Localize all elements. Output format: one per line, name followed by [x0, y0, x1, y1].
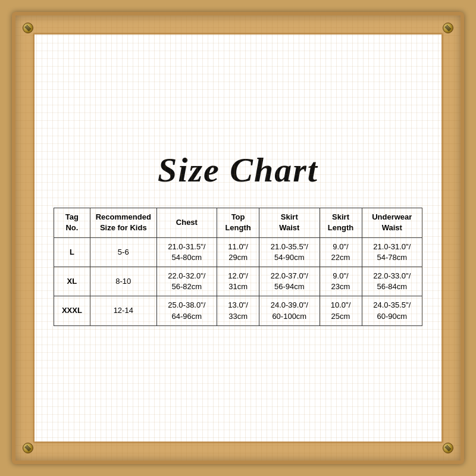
- wood-frame: Size Chart Tag No. RecommendedSize for K…: [12, 12, 464, 464]
- cell-top: 11.0"/29cm: [217, 237, 259, 267]
- table-row: XL 8-10 22.0-32.0"/56-82cm 12.0"/31cm 22…: [54, 267, 422, 296]
- table-row: L 5-6 21.0-31.5"/54-80cm 11.0"/29cm 21.0…: [54, 237, 422, 267]
- size-chart-table: Tag No. RecommendedSize for Kids Chest T…: [54, 208, 422, 326]
- header-chest: Chest: [156, 208, 217, 237]
- header-skirt-waist: SkirtWaist: [259, 208, 320, 237]
- cell-chest: 25.0-38.0"/64-96cm: [156, 296, 217, 325]
- content-area: Size Chart Tag No. RecommendedSize for K…: [33, 33, 443, 443]
- cell-tag: XXXL: [54, 296, 90, 325]
- cell-underwear-waist: 24.0-35.5"/60-90cm: [362, 296, 422, 325]
- cell-chest: 21.0-31.5"/54-80cm: [156, 237, 217, 267]
- screw-bottom-right: [443, 443, 453, 453]
- cell-underwear-waist: 21.0-31.0"/54-78cm: [362, 237, 422, 267]
- cell-chest: 22.0-32.0"/56-82cm: [156, 267, 217, 296]
- cell-tag: L: [54, 237, 90, 267]
- cell-rec: 5-6: [90, 237, 156, 267]
- cell-skirt-length: 10.0"/25cm: [320, 296, 362, 325]
- cell-skirt-waist: 24.0-39.0"/60-100cm: [259, 296, 320, 325]
- header-skirt-length: SkirtLength: [320, 208, 362, 237]
- header-top: TopLength: [217, 208, 259, 237]
- cell-rec: 12-14: [90, 296, 156, 325]
- header-rec: RecommendedSize for Kids: [90, 208, 156, 237]
- cell-skirt-waist: 21.0-35.5"/54-90cm: [259, 237, 320, 267]
- page-title: Size Chart: [158, 150, 318, 190]
- cell-rec: 8-10: [90, 267, 156, 296]
- cell-skirt-length: 9.0"/22cm: [320, 237, 362, 267]
- screw-top-left: [23, 23, 33, 33]
- table-row: XXXL 12-14 25.0-38.0"/64-96cm 13.0"/33cm…: [54, 296, 422, 325]
- header-tag: Tag No.: [54, 208, 90, 237]
- header-underwear-waist: UnderwearWaist: [362, 208, 422, 237]
- cell-skirt-length: 9.0"/23cm: [320, 267, 362, 296]
- cell-skirt-waist: 22.0-37.0"/56-94cm: [259, 267, 320, 296]
- screw-top-right: [443, 23, 453, 33]
- table-header-row: Tag No. RecommendedSize for Kids Chest T…: [54, 208, 422, 237]
- cell-top: 13.0"/33cm: [217, 296, 259, 325]
- cell-underwear-waist: 22.0-33.0"/56-84cm: [362, 267, 422, 296]
- cell-top: 12.0"/31cm: [217, 267, 259, 296]
- cell-tag: XL: [54, 267, 90, 296]
- screw-bottom-left: [23, 443, 33, 453]
